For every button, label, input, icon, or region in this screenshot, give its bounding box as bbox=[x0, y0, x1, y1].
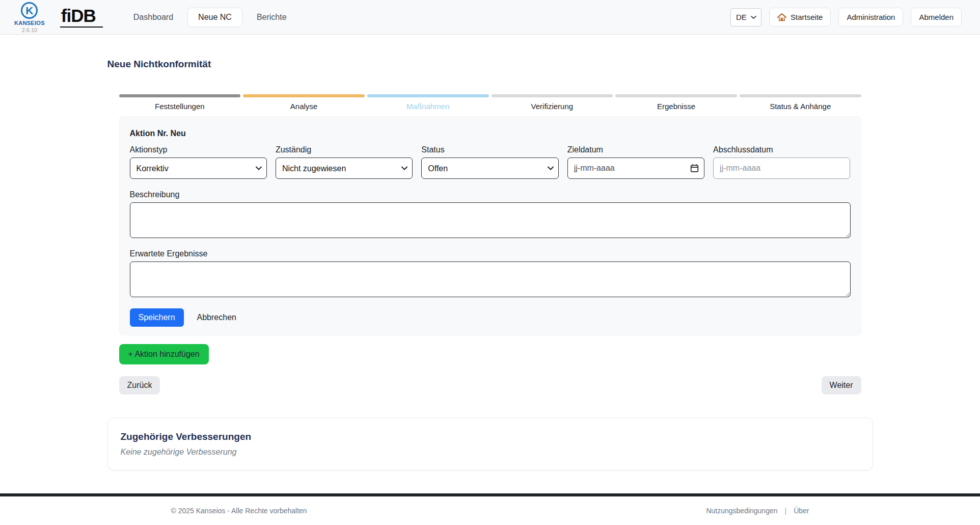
zieldatum-label: Zieldatum bbox=[567, 145, 704, 154]
kanseios-logo-letter: K bbox=[25, 5, 33, 16]
beschreibung-textarea[interactable] bbox=[130, 202, 851, 238]
nav-neue-nc[interactable]: Neue NC bbox=[187, 8, 242, 27]
tab-progress-bar bbox=[740, 94, 861, 97]
next-button[interactable]: Weiter bbox=[822, 376, 861, 395]
house-icon bbox=[777, 13, 786, 21]
tab-massnahmen[interactable]: Maßnahmen bbox=[367, 94, 489, 115]
footer-link-separator: | bbox=[785, 507, 787, 515]
terms-link[interactable]: Nutzungsbedingungen bbox=[706, 507, 777, 515]
tab-progress-bar bbox=[243, 94, 365, 97]
add-action-button[interactable]: + Aktion hinzufügen bbox=[119, 344, 209, 364]
action-form-card: Aktion Nr. Neu Aktionstyp Korrektiv bbox=[119, 116, 861, 335]
tab-label: Maßnahmen bbox=[367, 102, 489, 115]
nav-dashboard[interactable]: Dashboard bbox=[132, 9, 174, 26]
kanseios-logo[interactable]: K KANSEIOS 2.6.10 bbox=[14, 2, 45, 33]
about-link[interactable]: Über bbox=[794, 507, 809, 515]
footer-section: © 2025 Kanseios - Alle Rechte vorbehalte… bbox=[0, 493, 980, 525]
field-zieldatum: Zieldatum bbox=[567, 145, 704, 179]
main-nav: Dashboard Neue NC Berichte bbox=[132, 8, 288, 27]
save-button[interactable]: Speichern bbox=[130, 308, 184, 327]
related-improvements-empty-text: Keine zugehörige Verbesserung bbox=[121, 448, 860, 457]
app-version: 2.6.10 bbox=[22, 28, 38, 33]
tab-analyse[interactable]: Analyse bbox=[243, 94, 365, 115]
erwartete-ergebnisse-textarea[interactable] bbox=[130, 261, 851, 297]
tab-ergebnisse[interactable]: Ergebnisse bbox=[615, 94, 737, 115]
kanseios-logo-icon: K bbox=[21, 2, 38, 19]
logout-button[interactable]: Abmelden bbox=[911, 8, 962, 27]
administration-button[interactable]: Administration bbox=[838, 8, 903, 27]
action-section-title: Aktion Nr. Neu bbox=[130, 129, 851, 138]
home-button-label: Startseite bbox=[791, 13, 823, 21]
nav-berichte[interactable]: Berichte bbox=[256, 9, 288, 26]
tab-progress-bar bbox=[367, 94, 489, 97]
wizard-tab-strip: Feststellungen Analyse Maßnahmen Verifiz… bbox=[119, 94, 861, 115]
copyright-text: © 2025 Kanseios - Alle Rechte vorbehalte… bbox=[171, 507, 307, 515]
action-field-grid: Aktionstyp Korrektiv Zuständig bbox=[130, 145, 851, 179]
status-label: Status bbox=[421, 145, 558, 154]
related-improvements-title: Zugehörige Verbesserungen bbox=[121, 431, 860, 442]
aktionstyp-select[interactable]: Korrektiv bbox=[130, 158, 267, 179]
tab-progress-bar bbox=[492, 94, 613, 97]
zustaendig-label: Zuständig bbox=[276, 145, 413, 154]
tab-label: Status & Anhänge bbox=[740, 102, 861, 115]
tab-label: Ergebnisse bbox=[615, 102, 737, 115]
footer-links: Nutzungsbedingungen | Über bbox=[706, 507, 809, 515]
zieldatum-input[interactable] bbox=[567, 158, 704, 179]
field-aktionstyp: Aktionstyp Korrektiv bbox=[130, 145, 267, 179]
app-footer: © 2025 Kanseios - Alle Rechte vorbehalte… bbox=[0, 496, 980, 525]
fidb-logo: fiDB bbox=[60, 7, 103, 28]
form-button-row: Speichern Abbrechen bbox=[130, 308, 851, 327]
tab-progress-bar bbox=[615, 94, 737, 97]
related-improvements-card: Zugehörige Verbesserungen Keine zugehöri… bbox=[107, 417, 873, 470]
beschreibung-label: Beschreibung bbox=[130, 190, 851, 199]
tab-progress-bar bbox=[119, 94, 241, 97]
tab-label: Analyse bbox=[243, 102, 365, 115]
tab-verifizierung[interactable]: Verifizierung bbox=[492, 94, 613, 115]
tab-label: Verifizierung bbox=[492, 102, 613, 115]
nc-wizard: Feststellungen Analyse Maßnahmen Verifiz… bbox=[119, 94, 861, 395]
aktionstyp-label: Aktionstyp bbox=[130, 145, 267, 154]
back-button[interactable]: Zurück bbox=[119, 376, 160, 395]
tab-label: Feststellungen bbox=[119, 102, 241, 115]
field-abschlussdatum: Abschlussdatum bbox=[713, 145, 850, 179]
field-status: Status Offen bbox=[421, 145, 558, 179]
header-actions: DE Startseite Administration Abmelden bbox=[730, 8, 962, 27]
status-select[interactable]: Offen bbox=[421, 158, 558, 179]
abschlussdatum-label: Abschlussdatum bbox=[713, 145, 850, 154]
home-button[interactable]: Startseite bbox=[769, 8, 831, 27]
erwartete-ergebnisse-label: Erwartete Ergebnisse bbox=[130, 249, 851, 258]
tab-status-anhaenge[interactable]: Status & Anhänge bbox=[740, 94, 861, 115]
page-title: Neue Nichtkonformität bbox=[107, 59, 873, 70]
zustaendig-select[interactable]: Nicht zugewiesen bbox=[276, 158, 413, 179]
main-content: Neue Nichtkonformität Feststellungen Ana… bbox=[0, 35, 980, 470]
field-beschreibung: Beschreibung bbox=[130, 190, 851, 238]
tab-feststellungen[interactable]: Feststellungen bbox=[119, 94, 241, 115]
field-erwartete-ergebnisse: Erwartete Ergebnisse bbox=[130, 249, 851, 297]
wizard-nav-row: Zurück Weiter bbox=[119, 376, 861, 395]
cancel-button[interactable]: Abbrechen bbox=[194, 312, 239, 323]
language-select[interactable]: DE bbox=[730, 8, 761, 27]
app-header: K KANSEIOS 2.6.10 fiDB Dashboard Neue NC… bbox=[0, 0, 980, 35]
language-select-wrap: DE bbox=[730, 8, 761, 27]
abschlussdatum-input[interactable] bbox=[713, 158, 850, 179]
field-zustaendig: Zuständig Nicht zugewiesen bbox=[276, 145, 413, 179]
kanseios-logo-text: KANSEIOS bbox=[14, 20, 45, 26]
